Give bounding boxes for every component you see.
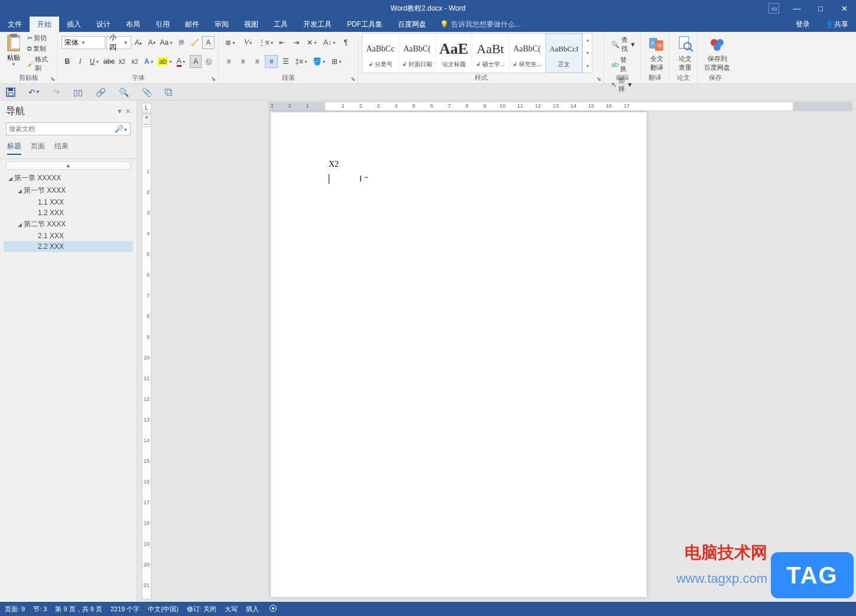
print-preview-button[interactable]: 🔍	[119, 87, 129, 97]
strikethrough-button[interactable]: abc	[103, 55, 115, 68]
qat-button-4[interactable]: ⿻	[165, 87, 173, 97]
status-insert[interactable]: 插入	[246, 605, 259, 614]
char-shading-button[interactable]: A	[190, 55, 202, 68]
style-item[interactable]: AaE论文标题	[436, 34, 472, 73]
nav-search-box[interactable]: 🔎▼	[6, 122, 131, 135]
increase-indent-button[interactable]: ⇥	[290, 36, 303, 49]
ruler-corner[interactable]: L	[142, 103, 151, 112]
line-spacing-button[interactable]: ‡≡▼	[293, 55, 310, 68]
text-effects-button[interactable]: A▼	[142, 55, 157, 68]
translate-button[interactable]: A中 全文 翻译	[644, 33, 669, 72]
status-language[interactable]: 中文(中国)	[148, 605, 178, 614]
thesis-check-button[interactable]: 论文 查重	[673, 33, 698, 72]
nav-tree-item[interactable]: 1.1 XXX	[4, 197, 133, 208]
nav-search-input[interactable]	[9, 125, 115, 132]
phonetic-guide-button[interactable]: 拼	[176, 36, 188, 49]
cut-button[interactable]: ✂剪切	[26, 33, 54, 43]
nav-tree-item[interactable]: ◢第一章 XXXXX	[4, 172, 133, 184]
nav-close-icon[interactable]: ✕	[125, 108, 131, 115]
bullets-button[interactable]: ≣▼	[222, 36, 239, 49]
nav-expand-bar[interactable]: ▲	[6, 161, 131, 170]
tab-tools[interactable]: 工具	[266, 17, 296, 32]
redo-button[interactable]: ↷	[53, 87, 60, 97]
asian-layout-button[interactable]: ✕▼	[304, 36, 320, 49]
maximize-button[interactable]: □	[809, 0, 832, 17]
style-item[interactable]: AaBbCc↲ 分类号	[362, 34, 399, 73]
justify-button[interactable]: ≡	[265, 55, 278, 68]
nav-dropdown-icon[interactable]: ▼	[116, 108, 123, 115]
align-right-button[interactable]: ≡	[251, 55, 264, 68]
save-baidu-button[interactable]: 保存到 百度网盘	[701, 33, 733, 72]
share-button[interactable]: 👤 共享	[818, 17, 856, 32]
status-pages[interactable]: 第 9 页，共 9 页	[55, 605, 102, 614]
multilevel-button[interactable]: ⋮≡▼	[258, 36, 274, 49]
tab-developer[interactable]: 开发工具	[296, 17, 339, 32]
replace-button[interactable]: ab替换	[610, 54, 634, 74]
grow-font-button[interactable]: A▴	[132, 36, 145, 49]
status-page[interactable]: 页面: 9	[5, 605, 25, 614]
tab-baidu[interactable]: 百度网盘	[390, 17, 434, 32]
font-name-combo[interactable]: 宋体▼	[61, 36, 105, 49]
document-page[interactable]: X2 I ⁼	[271, 112, 647, 597]
decrease-indent-button[interactable]: ⇤	[275, 36, 288, 49]
tab-layout[interactable]: 布局	[118, 17, 148, 32]
char-border-button[interactable]: A	[202, 36, 215, 49]
subscript-button[interactable]: x2	[116, 55, 128, 68]
style-item[interactable]: AaBbC(↲ 封面日期	[399, 34, 436, 73]
nav-tab-results[interactable]: 结果	[54, 141, 69, 155]
change-case-button[interactable]: Aa▼	[159, 36, 174, 49]
underline-button[interactable]: U▼	[87, 55, 102, 68]
vertical-ruler[interactable]: 12345678910111213141516171819202122	[142, 127, 151, 599]
bold-button[interactable]: B	[61, 55, 73, 68]
font-launcher[interactable]: ⬊	[211, 76, 216, 82]
qat-button-3[interactable]: 📎	[142, 87, 152, 97]
minimize-button[interactable]: —	[785, 0, 809, 17]
style-item[interactable]: AaBt↲ 硕士学...	[472, 34, 509, 73]
close-button[interactable]: ✕	[832, 0, 856, 17]
status-words[interactable]: 2219 个字	[111, 605, 140, 614]
enclose-chars-button[interactable]: ㊓	[203, 55, 215, 68]
tab-file[interactable]: 文件	[0, 17, 30, 32]
nav-tree-item[interactable]: 2.1 XXX	[4, 231, 133, 241]
highlight-button[interactable]: ab▼	[158, 55, 173, 68]
nav-tab-headings[interactable]: 标题	[7, 141, 21, 155]
sort-button[interactable]: A↓▼	[322, 36, 338, 49]
horizontal-ruler[interactable]: 3211234567891011121314151617	[268, 102, 852, 111]
shading-button[interactable]: 🪣▼	[311, 55, 328, 68]
search-icon[interactable]: 🔎▼	[115, 125, 128, 133]
find-button[interactable]: 🔍查找▼	[610, 34, 634, 54]
tab-design[interactable]: 设计	[89, 17, 118, 32]
qat-button-2[interactable]: 🔗	[96, 87, 106, 97]
nav-tree-item[interactable]: 2.2 XXX	[4, 241, 133, 252]
font-size-combo[interactable]: 小四▼	[106, 36, 131, 49]
shrink-font-button[interactable]: A▾	[145, 36, 158, 49]
clear-formatting-button[interactable]: 🧹	[189, 36, 202, 49]
align-left-button[interactable]: ≡	[222, 55, 235, 68]
style-more[interactable]: ▾	[583, 60, 592, 73]
tell-me-search[interactable]: 💡告诉我您想要做什么...	[440, 17, 521, 32]
align-center-button[interactable]: ≡	[236, 55, 249, 68]
nav-tree-item[interactable]: 1.2 XXX	[4, 208, 133, 218]
nav-tree-item[interactable]: ◢第一节 XXXX	[4, 184, 133, 197]
copy-button[interactable]: ⧉复制	[26, 44, 54, 54]
clipboard-launcher[interactable]: ⬊	[50, 76, 55, 82]
nav-tree-item[interactable]: ◢第二节 XXXX	[4, 218, 133, 231]
status-track[interactable]: 修订: 关闭	[187, 605, 216, 614]
tab-pdf[interactable]: PDF工具集	[339, 17, 390, 32]
styles-launcher[interactable]: ⬊	[596, 76, 601, 82]
superscript-button[interactable]: x2	[129, 55, 141, 68]
italic-button[interactable]: I	[74, 55, 86, 68]
tab-mailings[interactable]: 邮件	[177, 17, 207, 32]
qat-button-1[interactable]: ▯▯	[73, 87, 83, 97]
paste-button[interactable]: 粘贴 ▼	[4, 33, 24, 73]
style-down[interactable]: ▾	[583, 47, 592, 60]
save-button[interactable]	[6, 87, 15, 97]
style-up[interactable]: ▴	[583, 34, 592, 47]
font-color-button[interactable]: A▼	[174, 55, 189, 68]
format-painter-button[interactable]: 🖌格式刷	[26, 54, 54, 73]
tab-view[interactable]: 视图	[236, 17, 266, 32]
distributed-button[interactable]: ☰	[279, 55, 292, 68]
style-item[interactable]: AaBbCcI正文	[546, 34, 582, 73]
undo-button[interactable]: ↶▼	[28, 87, 40, 97]
status-caps[interactable]: 大写	[225, 605, 238, 614]
